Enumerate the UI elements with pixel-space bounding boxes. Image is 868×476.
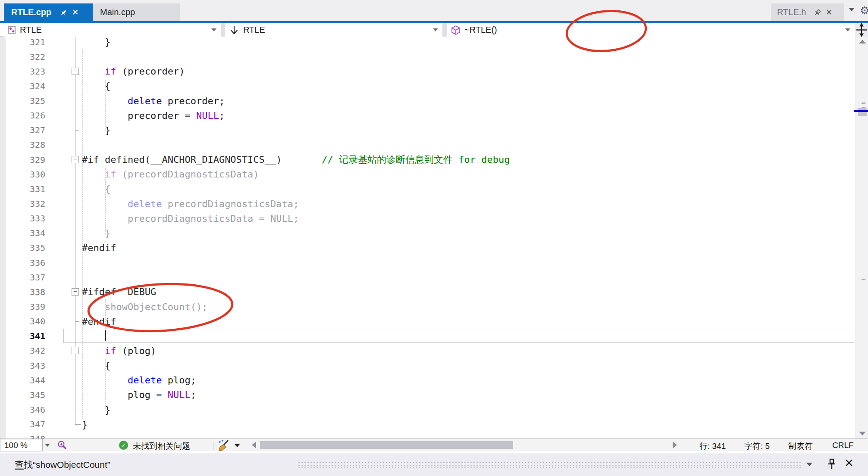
code-text: delete precorder; xyxy=(82,96,225,106)
code-line[interactable]: 332 delete precordDiagnosticsData; xyxy=(0,196,855,212)
code-line[interactable]: 331 { xyxy=(0,181,855,196)
code-text: } xyxy=(82,404,110,415)
code-line[interactable]: 340#endif xyxy=(0,314,855,329)
fold-toggle[interactable]: − xyxy=(72,68,79,75)
find-bar: 查找“showObjectCount” ✕ xyxy=(0,453,868,476)
tab-rtle-cpp[interactable]: RTLE.cpp ✕ xyxy=(4,3,93,21)
type-dropdown[interactable]: RTLE xyxy=(225,23,442,37)
chevron-down-icon xyxy=(433,28,438,31)
code-line[interactable]: 323 if (precorder) xyxy=(0,64,855,79)
scroll-down-icon[interactable] xyxy=(859,432,866,436)
member-dropdown[interactable]: ~RTLE() xyxy=(447,23,855,37)
scroll-left-icon[interactable] xyxy=(252,442,256,448)
scrollbar-mark xyxy=(862,279,865,280)
dropdown-value: ~RTLE() xyxy=(464,25,497,35)
visual-studio-window: RTLE.cpp ✕ Main.cpp RTLE.h ✕ ⚙ xyxy=(0,0,868,476)
code-line[interactable]: 327 } xyxy=(0,123,855,138)
code-text: if (precorder) xyxy=(82,66,185,77)
zoom-selector[interactable]: 100 % xyxy=(0,439,43,451)
tabs-indicator[interactable]: 制表符 xyxy=(788,441,813,452)
char-indicator[interactable]: 字符: 5 xyxy=(744,441,770,452)
code-text: #endif xyxy=(82,243,116,253)
project-scope-dropdown[interactable]: RTLE xyxy=(3,23,221,37)
nav-separator xyxy=(442,23,447,37)
pin-icon[interactable] xyxy=(59,8,69,17)
tab-main-cpp[interactable]: Main.cpp xyxy=(93,3,180,21)
code-line[interactable]: 322 xyxy=(0,49,855,64)
tab-rtle-h-preview[interactable]: RTLE.h ✕ xyxy=(771,3,844,21)
divider xyxy=(213,441,213,450)
code-line[interactable]: 345 plog = NULL; xyxy=(0,387,855,402)
code-line[interactable]: 341 xyxy=(0,329,855,344)
line-number: 324 xyxy=(0,81,45,91)
fold-toggle[interactable]: − xyxy=(72,347,79,354)
line-number: 325 xyxy=(0,96,45,106)
text-caret xyxy=(105,330,106,341)
code-text: plog = NULL; xyxy=(82,389,196,400)
line-number: 334 xyxy=(0,228,45,238)
line-number: 345 xyxy=(0,390,45,400)
code-line[interactable]: 324 { xyxy=(0,78,855,93)
zoom-chevron-icon[interactable] xyxy=(45,444,50,447)
line-indicator[interactable]: 行: 341 xyxy=(699,441,726,452)
code-editor[interactable]: −−−− 321 }322323 if (precorder)324 {325 … xyxy=(0,37,855,439)
close-icon[interactable]: ✕ xyxy=(824,8,834,17)
code-line[interactable]: 343 { xyxy=(0,358,855,373)
quick-actions-icon[interactable] xyxy=(57,440,68,451)
access-key: 查 xyxy=(15,460,24,470)
code-line[interactable]: 330 if (precordDiagnosticsData) xyxy=(0,167,855,182)
tab-label: RTLE.h xyxy=(777,7,806,17)
close-icon[interactable]: ✕ xyxy=(844,457,854,470)
code-line[interactable]: 339 showObjectCount(); xyxy=(0,299,855,314)
code-line[interactable]: 342 if (plog) xyxy=(0,343,855,358)
line-number: 333 xyxy=(0,213,45,224)
fold-toggle[interactable]: − xyxy=(72,288,79,296)
gear-icon[interactable]: ⚙ xyxy=(860,4,868,17)
navigation-bar: RTLE RTLE ~RTLE() xyxy=(0,23,868,37)
code-line[interactable]: 326 precorder = NULL; xyxy=(0,108,855,123)
keep-open-icon[interactable] xyxy=(813,8,822,17)
close-icon[interactable]: ✕ xyxy=(70,8,80,17)
code-line[interactable]: 329#if defined(__ANCHOR_DIAGNOSTICS__) /… xyxy=(0,152,855,167)
code-line[interactable]: 328 xyxy=(0,137,855,152)
code-cleanup-chevron-icon[interactable] xyxy=(234,444,240,447)
pin-icon[interactable] xyxy=(827,458,837,470)
eol-indicator[interactable]: CRLF xyxy=(832,441,854,450)
find-options-chevron-icon[interactable] xyxy=(806,463,812,466)
line-number: 347 xyxy=(0,419,45,429)
code-line[interactable]: 325 delete precorder; xyxy=(0,93,855,109)
method-cube-icon xyxy=(451,25,461,35)
line-number: 331 xyxy=(0,184,45,194)
class-scope-icon xyxy=(7,25,16,35)
line-number: 339 xyxy=(0,302,45,312)
fold-toggle[interactable]: − xyxy=(72,156,79,163)
code-cleanup-icon[interactable] xyxy=(217,439,230,451)
code-text: { xyxy=(82,360,110,371)
code-text: } xyxy=(82,419,88,430)
code-text: } xyxy=(82,228,110,239)
code-line[interactable]: 347} xyxy=(0,417,855,432)
line-number: 340 xyxy=(0,316,45,327)
horizontal-scrollbar-thumb[interactable] xyxy=(260,441,513,449)
code-line[interactable]: 334 } xyxy=(0,226,855,241)
line-number: 323 xyxy=(0,66,45,77)
tab-list-chevron-icon[interactable] xyxy=(849,8,855,11)
code-line[interactable]: 336 xyxy=(0,255,855,270)
vertical-scrollbar[interactable] xyxy=(855,37,868,439)
code-line[interactable]: 344 delete plog; xyxy=(0,373,855,388)
scroll-right-icon[interactable] xyxy=(673,442,677,448)
find-query-label[interactable]: 查找“showObjectCount” xyxy=(15,459,110,471)
scroll-up-icon[interactable] xyxy=(859,40,866,44)
code-line[interactable]: 337 xyxy=(0,270,855,285)
code-line[interactable]: 348 xyxy=(0,432,855,439)
code-text: #if defined(__ANCHOR_DIAGNOSTICS__) // 记… xyxy=(82,153,510,166)
editor-status-bar: 100 % ✓ 未找到相关问题 行: 341 字符: 5 制表符 xyxy=(0,439,868,451)
line-number: 344 xyxy=(0,375,45,386)
code-line[interactable]: 333 precordDiagnosticsData = NULL; xyxy=(0,211,855,226)
code-line[interactable]: 321 } xyxy=(0,37,855,50)
code-line[interactable]: 338#ifdef _DEBUG xyxy=(0,284,855,299)
line-number: 326 xyxy=(0,110,45,121)
split-editor-handle[interactable] xyxy=(855,23,868,37)
code-line[interactable]: 346 } xyxy=(0,402,855,417)
code-line[interactable]: 335#endif xyxy=(0,240,855,255)
